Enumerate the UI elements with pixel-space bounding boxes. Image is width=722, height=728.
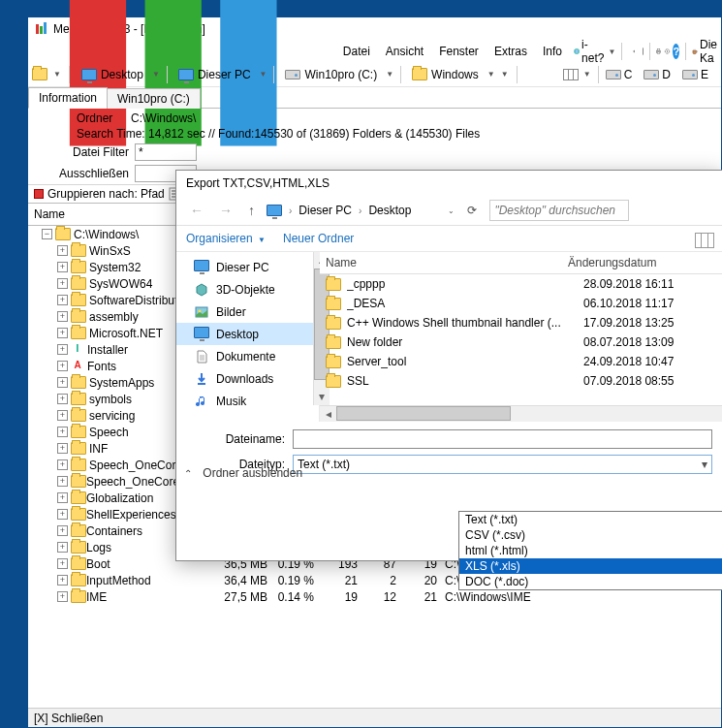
- dropdown-option[interactable]: CSV (*.csv): [459, 527, 722, 543]
- tab-information[interactable]: Information: [28, 87, 108, 109]
- yfold-icon: [412, 68, 427, 80]
- chevron-right-icon[interactable]: ›: [356, 206, 364, 216]
- expand-icon[interactable]: +: [57, 328, 68, 338]
- expand-icon[interactable]: +: [57, 427, 68, 437]
- dropdown-option[interactable]: html (*.html): [459, 543, 722, 558]
- chevron-down-icon[interactable]: ▼: [260, 70, 267, 79]
- expand-icon[interactable]: +: [57, 311, 68, 322]
- expand-icon[interactable]: +: [57, 377, 68, 388]
- file-row[interactable]: C++ Windows Shell thumbnail handler (...…: [320, 313, 722, 332]
- drive-c[interactable]: C: [606, 68, 633, 81]
- col-file-name[interactable]: Name: [320, 252, 562, 273]
- sidebar-item-3dobjekte[interactable]: 3D-Objekte: [176, 278, 319, 301]
- scroll-left-icon[interactable]: ◂: [320, 407, 336, 421]
- file-row[interactable]: _cpppp28.09.2018 16:11: [320, 274, 722, 294]
- sidebar-item-musik[interactable]: Musik: [176, 390, 319, 412]
- settings-icon[interactable]: [664, 44, 671, 59]
- collapse-icon[interactable]: −: [42, 229, 52, 239]
- menu-datei[interactable]: Datei: [335, 42, 378, 61]
- expand-icon[interactable]: +: [57, 344, 68, 355]
- expand-icon[interactable]: +: [57, 410, 68, 421]
- up-icon[interactable]: ↑: [244, 203, 259, 218]
- dropdown-option[interactable]: Text (*.txt): [459, 512, 722, 527]
- sidebar-item-dokumente[interactable]: Dokumente: [176, 345, 319, 367]
- expand-icon[interactable]: +: [57, 245, 68, 256]
- file-row[interactable]: _DESA06.10.2018 11:17: [320, 294, 722, 313]
- drive-e[interactable]: E: [682, 68, 708, 81]
- datei-filter-input[interactable]: [135, 143, 197, 161]
- expand-icon[interactable]: +: [57, 459, 68, 470]
- close-link[interactable]: [X] Schließen: [34, 712, 103, 725]
- file-row[interactable]: New folder08.07.2018 13:09: [320, 332, 722, 352]
- crumb-win10proc[interactable]: Win10pro (C:): [281, 66, 381, 83]
- file-row[interactable]: Server_tool24.09.2018 10:47: [320, 352, 722, 371]
- expand-icon[interactable]: +: [57, 575, 68, 586]
- hide-folders-button[interactable]: ⌃ Ordner ausblenden: [184, 466, 302, 480]
- dateiname-input[interactable]: [293, 429, 712, 449]
- expand-icon[interactable]: +: [57, 591, 68, 602]
- help-icon[interactable]: ?: [673, 44, 679, 59]
- view-mode-icon[interactable]: [563, 69, 579, 80]
- col-file-date[interactable]: Änderungsdatum: [562, 252, 707, 273]
- organise-button[interactable]: Organisieren ▼: [186, 232, 266, 245]
- expand-icon[interactable]: +: [57, 542, 68, 553]
- scroll-thumb[interactable]: [336, 406, 511, 421]
- crumb-windows[interactable]: Windows: [408, 66, 483, 83]
- expand-icon[interactable]: +: [57, 295, 68, 305]
- sidebar-item-bilder[interactable]: Bilder: [176, 301, 319, 323]
- dieka-label[interactable]: Die Ka: [700, 38, 717, 65]
- new-folder-button[interactable]: Neuer Ordner: [283, 232, 354, 245]
- chevron-down-icon[interactable]: ▼: [583, 70, 591, 79]
- dropdown-option[interactable]: DOC (*.doc): [459, 574, 722, 589]
- sidebar-item-dieserpc[interactable]: Dieser PC: [176, 256, 319, 278]
- chevron-down-icon[interactable]: ▼: [53, 70, 61, 79]
- group-icon: [34, 189, 44, 199]
- chevron-down-icon[interactable]: ▼: [487, 70, 495, 79]
- expand-icon[interactable]: +: [57, 361, 68, 371]
- chevron-down-icon[interactable]: ▼: [386, 70, 393, 79]
- file-hscrollbar[interactable]: ◂: [320, 405, 722, 422]
- crumb-desktop[interactable]: Desktop: [368, 204, 411, 217]
- tab-drive[interactable]: Win10pro (C:): [107, 88, 201, 109]
- chevron-down-icon[interactable]: ▼: [152, 70, 160, 79]
- chevron-down-icon[interactable]: ⌄: [448, 206, 455, 215]
- expand-icon[interactable]: +: [57, 509, 68, 520]
- music-icon: [194, 394, 209, 409]
- expand-icon[interactable]: +: [57, 443, 68, 454]
- print-icon[interactable]: [655, 45, 662, 58]
- sidebar-item-desktop[interactable]: Desktop: [176, 323, 319, 345]
- back-icon[interactable]: ←: [186, 203, 207, 218]
- menu-extras[interactable]: Extras: [487, 42, 535, 61]
- expand-icon[interactable]: +: [57, 558, 68, 569]
- forward-icon[interactable]: →: [215, 203, 236, 218]
- menu-info[interactable]: Info: [535, 42, 570, 61]
- view-options-icon[interactable]: [695, 233, 714, 248]
- dropdown-option[interactable]: XLS (*.xls): [459, 558, 722, 574]
- inet-label[interactable]: i-net?: [581, 38, 604, 65]
- expand-icon[interactable]: +: [57, 262, 68, 272]
- chevron-down-icon[interactable]: ▼: [501, 70, 509, 79]
- expand-icon[interactable]: +: [57, 492, 68, 503]
- expand-icon[interactable]: +: [57, 278, 68, 289]
- dateityp-combo[interactable]: Text (*.txt): [293, 455, 712, 474]
- expand-icon[interactable]: +: [57, 476, 68, 487]
- expand-icon[interactable]: +: [57, 525, 68, 536]
- folder-icon: [71, 459, 86, 471]
- sidebar-item-downloads[interactable]: Downloads: [176, 367, 319, 390]
- forward-icon[interactable]: [637, 45, 644, 58]
- folder-up-icon[interactable]: [32, 68, 47, 80]
- crumb-desktop[interactable]: Desktop: [78, 66, 147, 83]
- crumb-pc[interactable]: Dieser PC: [298, 204, 352, 217]
- refresh-icon[interactable]: ⟳: [462, 204, 482, 217]
- drive-d[interactable]: D: [644, 68, 671, 81]
- chevron-down-icon[interactable]: ▼: [608, 47, 615, 56]
- back-icon[interactable]: [628, 45, 635, 58]
- menu-ansicht[interactable]: Ansicht: [378, 42, 431, 61]
- expand-icon[interactable]: +: [57, 394, 68, 404]
- data-row[interactable]: +IME27,5 MB0.14 %191221C:\Windows\IME: [28, 588, 721, 605]
- crumb-dieserpc[interactable]: Dieser PC: [174, 66, 255, 83]
- file-row[interactable]: SSL07.09.2018 08:55: [320, 371, 722, 391]
- search-input[interactable]: [489, 200, 629, 221]
- chevron-right-icon[interactable]: ›: [286, 206, 295, 216]
- menu-fenster[interactable]: Fenster: [431, 42, 487, 61]
